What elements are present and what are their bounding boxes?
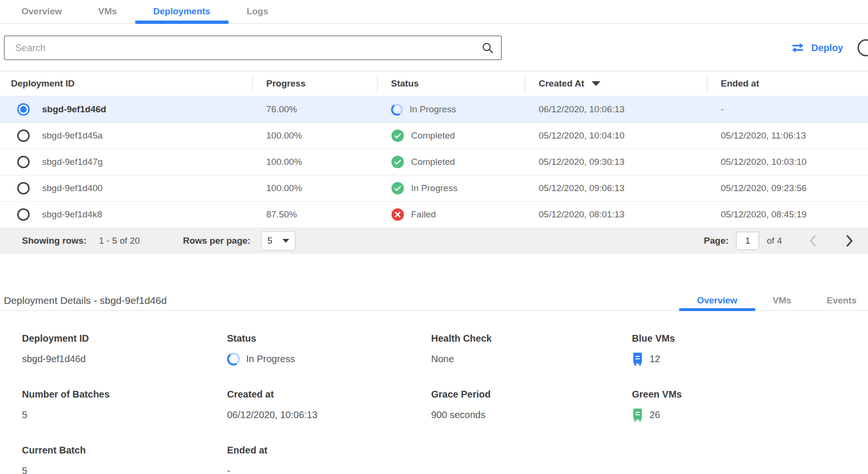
table-row[interactable]: sbgd-9ef1d47g 100.00% Completed 05/12/20… xyxy=(0,149,868,175)
chevron-left-icon xyxy=(809,235,816,247)
previous-page-button[interactable] xyxy=(809,235,816,247)
column-header-progress: Progress xyxy=(252,71,377,96)
progress-cell: 100.00% xyxy=(252,130,377,141)
created-at-cell: 05/12/2020, 09:06:13 xyxy=(525,183,707,194)
ended-at-cell: 05/12/2020, 08:45:19 xyxy=(707,209,868,220)
field-ended-at: Ended at - xyxy=(227,445,431,474)
details-header: Deployment Details - sbgd-9ef1d46d Overv… xyxy=(0,291,868,311)
next-page-button[interactable] xyxy=(846,235,854,247)
field-created-at: Created at 06/12/2020, 10:06:13 xyxy=(227,389,431,422)
row-radio-icon[interactable] xyxy=(17,182,30,194)
search-box[interactable] xyxy=(4,35,502,60)
completed-check-icon xyxy=(391,155,404,169)
status-label: Failed xyxy=(411,209,436,220)
status-cell: Completed xyxy=(377,129,525,142)
status-label: Completed xyxy=(411,130,455,141)
deployment-id-cell: sbgd-9ef1d4k8 xyxy=(42,209,102,220)
column-header-status: Status xyxy=(377,71,525,96)
details-tab-vms[interactable]: VMs xyxy=(755,291,809,310)
tab-overview[interactable]: Overview xyxy=(3,0,80,23)
rows-per-page-label: Rows per page: xyxy=(183,236,250,246)
row-radio-icon[interactable] xyxy=(17,156,30,168)
rows-per-page-select[interactable]: 5 xyxy=(261,231,295,250)
status-cell: In Progress xyxy=(377,104,525,116)
field-number-of-batches: Number of Batches 5 xyxy=(22,389,227,422)
column-header-created-at[interactable]: Created At xyxy=(525,71,707,96)
details-tab-events[interactable]: Events xyxy=(809,291,868,310)
details-tab-overview[interactable]: Overview xyxy=(679,291,755,310)
ended-at-cell: 05/12/2020, 10:03:10 xyxy=(707,157,868,167)
completed-check-icon xyxy=(391,129,404,142)
field-current-batch: Current Batch 5 xyxy=(22,445,227,474)
top-tabbar: Overview VMs Deployments Logs xyxy=(0,0,868,24)
field-green-vms: Green VMs 26 xyxy=(632,389,868,422)
column-header-deployment-id: Deployment ID xyxy=(0,71,252,96)
progress-cell: 100.00% xyxy=(252,157,377,167)
deployment-id-cell: sbgd-9ef1d400 xyxy=(42,183,103,194)
green-vm-icon xyxy=(632,408,643,422)
status-cell: In Progress xyxy=(377,182,525,195)
tab-logs[interactable]: Logs xyxy=(228,0,286,23)
pager: Page: of 4 xyxy=(704,232,854,250)
table-pagination-bar: Showing rows: 1 - 5 of 20 Rows per page:… xyxy=(0,227,868,254)
chevron-down-icon xyxy=(282,239,289,243)
deploy-button-label: Deploy xyxy=(811,43,843,54)
column-header-ended-at: Ended at xyxy=(707,71,868,96)
showing-rows-label: Showing rows: xyxy=(22,236,87,246)
created-at-cell: 06/12/2020, 10:06:13 xyxy=(525,104,707,115)
tab-deployments[interactable]: Deployments xyxy=(135,0,228,23)
showing-rows-value: 1 - 5 of 20 xyxy=(99,236,140,246)
tab-overview-label: Overview xyxy=(22,6,62,17)
table-row[interactable]: sbgd-9ef1d400 100.00% In Progress 05/12/… xyxy=(0,175,868,201)
rows-per-page-value: 5 xyxy=(267,236,272,246)
deployments-table: Deployment ID Progress Status Created At… xyxy=(0,71,868,254)
created-at-cell: 05/12/2020, 08:01:13 xyxy=(525,209,707,220)
ended-at-cell: 05/12/2020, 11:06:13 xyxy=(707,130,868,141)
chevron-right-icon xyxy=(846,235,854,247)
deployments-screen: Overview VMs Deployments Logs Deploy Dep… xyxy=(0,0,868,474)
deployment-id-cell: sbgd-9ef1d45a xyxy=(42,130,103,141)
refresh-icon[interactable] xyxy=(857,39,868,56)
tab-vms[interactable]: VMs xyxy=(80,0,135,23)
field-status: Status In Progress xyxy=(227,333,431,366)
page-label: Page: xyxy=(704,236,729,246)
table-row[interactable]: sbgd-9ef1d46d 76.00% In Progress 06/12/2… xyxy=(0,96,868,122)
sort-desc-icon[interactable] xyxy=(592,81,600,86)
status-cell: Completed xyxy=(377,155,525,169)
details-title: Deployment Details - sbgd-9ef1d46d xyxy=(4,295,167,306)
status-cell: Failed xyxy=(377,208,525,221)
row-radio-icon[interactable] xyxy=(17,208,30,221)
row-radio-selected-icon[interactable] xyxy=(17,103,30,116)
field-grace-period: Grace Period 900 seconds xyxy=(431,389,632,422)
deployment-id-cell: sbgd-9ef1d47g xyxy=(42,157,103,167)
tab-logs-label: Logs xyxy=(247,6,268,17)
status-label: In Progress xyxy=(410,104,456,115)
field-blue-vms: Blue VMs 12 xyxy=(632,333,868,366)
tab-vms-label: VMs xyxy=(98,6,117,17)
deploy-button[interactable]: Deploy xyxy=(791,43,843,54)
blue-vm-icon xyxy=(632,352,643,366)
search-input[interactable] xyxy=(15,43,481,54)
toolbar: Deploy xyxy=(0,35,868,60)
completed-check-icon xyxy=(391,182,404,195)
row-radio-icon[interactable] xyxy=(17,129,30,142)
progress-cell: 100.00% xyxy=(252,183,377,194)
details-tabbar: Overview VMs Events xyxy=(679,291,868,310)
failed-x-icon xyxy=(391,208,404,221)
table-row[interactable]: sbgd-9ef1d4k8 87.50% Failed 05/12/2020, … xyxy=(0,201,868,227)
details-grid: Deployment ID sbgd-9ef1d46d Status In Pr… xyxy=(0,333,868,474)
page-input[interactable] xyxy=(736,232,759,250)
deploy-icon xyxy=(791,43,805,53)
progress-cell: 76.00% xyxy=(252,104,377,115)
created-at-cell: 05/12/2020, 09:30:13 xyxy=(525,157,707,167)
ended-at-cell: - xyxy=(707,104,868,115)
status-label: In Progress xyxy=(411,183,457,194)
table-header-row: Deployment ID Progress Status Created At… xyxy=(0,71,868,96)
search-icon xyxy=(481,41,494,54)
status-label: Completed xyxy=(411,157,455,167)
table-row[interactable]: sbgd-9ef1d45a 100.00% Completed 05/12/20… xyxy=(0,122,868,149)
field-deployment-id: Deployment ID sbgd-9ef1d46d xyxy=(22,333,227,366)
ended-at-cell: 05/12/2020, 09:23:56 xyxy=(707,183,868,194)
created-at-cell: 05/12/2020, 10:04:10 xyxy=(525,130,707,141)
tab-deployments-label: Deployments xyxy=(153,6,210,17)
